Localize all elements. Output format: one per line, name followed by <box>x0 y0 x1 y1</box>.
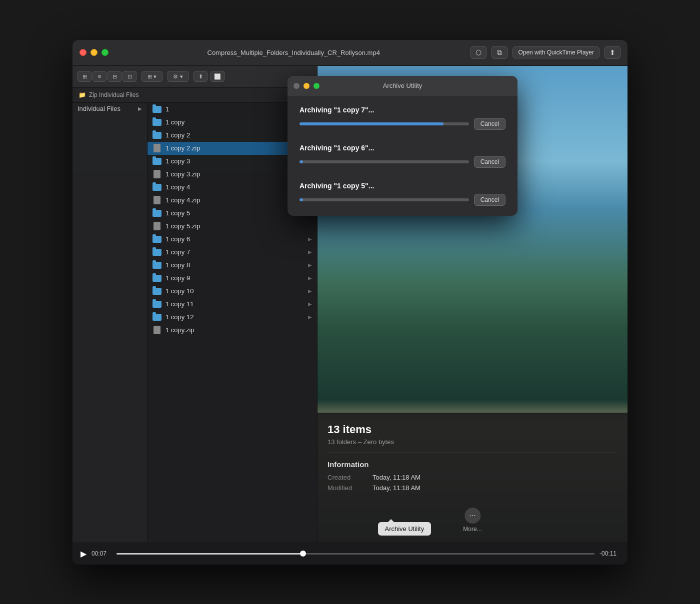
tooltip-text: Archive Utility <box>385 525 424 533</box>
info-panel: 13 items 13 folders – Zero bytes Informa… <box>318 413 628 543</box>
dialog-close-button[interactable] <box>294 83 300 89</box>
chevron-right-icon: ▶ <box>308 262 312 268</box>
folder-path-icon: 📁 <box>78 91 86 98</box>
file-item[interactable]: 1 copy 7 ▶ <box>148 246 317 259</box>
folder-icon <box>152 118 162 127</box>
task1-progress-fill <box>300 122 444 125</box>
share-icon-btn[interactable]: ⬡ <box>470 46 486 59</box>
file-item[interactable]: 1 copy 6 ▶ <box>148 233 317 246</box>
zip-icon <box>152 222 162 231</box>
info-section-title: Information <box>328 460 618 469</box>
file-item[interactable]: 1 copy 11 ▶ <box>148 298 317 311</box>
column-view-btn[interactable]: ⊟ <box>108 71 122 82</box>
more-label: More... <box>463 526 482 533</box>
gallery-view-btn[interactable]: ⊡ <box>122 71 136 82</box>
window-title: Compress_Multiple_Folders_Individually_C… <box>116 49 470 56</box>
folder-icon <box>152 105 162 114</box>
tag-btn[interactable]: ⬜ <box>210 71 224 82</box>
task1-progress-row: Cancel <box>300 118 506 130</box>
folder-icon <box>152 248 162 257</box>
folder-icon <box>152 209 162 218</box>
close-button[interactable] <box>80 49 86 56</box>
title-bar: Compress_Multiple_Folders_Individually_C… <box>72 40 628 66</box>
title-bar-controls: ⬡ ⧉ Open with QuickTime Player ⬆ <box>470 46 620 59</box>
dialog-title: Archive Utility <box>383 82 422 89</box>
traffic-lights <box>80 49 108 56</box>
current-time: 00:07 <box>92 550 112 557</box>
pip-icon-btn[interactable]: ⧉ <box>492 46 508 59</box>
file-name: 1 copy 7 <box>166 248 190 256</box>
open-with-quicktime-button[interactable]: Open with QuickTime Player <box>512 46 600 58</box>
view-toggle-group: ⊞ ≡ ⊟ ⊡ <box>78 71 136 82</box>
progress-bar[interactable] <box>116 553 594 555</box>
view-options-btn[interactable]: ⊞ ▾ <box>142 71 162 82</box>
file-name: 1 copy 10 <box>166 287 194 295</box>
sidebar-item-individual-files[interactable]: Individual Files ▶ <box>72 103 147 114</box>
minimize-button[interactable] <box>90 49 98 56</box>
play-button[interactable]: ▶ <box>80 549 86 559</box>
finder-panel: ⊞ ≡ ⊟ ⊡ ⊞ ▾ ⚙ ▾ ⬆ ⬜ 📁 Zip Individual Fil… <box>72 66 318 543</box>
file-name: 1 copy 4 <box>166 183 190 191</box>
path-bar: 📁 Zip Individual Files <box>72 88 317 103</box>
task3-cancel-button[interactable]: Cancel <box>474 194 506 206</box>
file-name: 1 copy 5 <box>166 209 190 217</box>
dialog-body: Archiving "1 copy 7"... Cancel Archiving… <box>288 96 518 216</box>
task2-progress-fill <box>300 160 303 163</box>
info-divider <box>328 453 618 453</box>
chevron-right-icon: ▶ <box>308 314 312 320</box>
zip-icon <box>152 326 162 335</box>
chevron-right-icon: ▶ <box>308 301 312 307</box>
task2-cancel-button[interactable]: Cancel <box>474 156 506 168</box>
folder-icon <box>152 300 162 309</box>
more-options-button[interactable]: ··· <box>464 508 480 524</box>
finder-toolbar: ⊞ ≡ ⊟ ⊡ ⊞ ▾ ⚙ ▾ ⬆ ⬜ <box>72 66 317 88</box>
folder-icon <box>152 261 162 270</box>
maximize-button[interactable] <box>102 49 108 56</box>
archive-utility-tooltip: Archive Utility <box>378 522 432 536</box>
file-name: 1 copy 2.zip <box>166 144 200 152</box>
task1-cancel-button[interactable]: Cancel <box>474 118 506 130</box>
remaining-time: -00:11 <box>600 550 620 557</box>
archive-task-3: Archiving "1 copy 5"... Cancel <box>300 182 506 206</box>
file-name: 1 copy 9 <box>166 274 190 282</box>
task3-progress-row: Cancel <box>300 194 506 206</box>
chevron-right-icon: ▶ <box>308 275 312 281</box>
file-name: 1 copy 11 <box>166 300 194 308</box>
task2-progress-row: Cancel <box>300 156 506 168</box>
file-item[interactable]: 1 copy 8 ▶ <box>148 259 317 272</box>
file-name: 1 copy 8 <box>166 261 190 269</box>
zip-icon <box>152 196 162 205</box>
main-window: Compress_Multiple_Folders_Individually_C… <box>72 40 628 565</box>
dialog-title-bar: Archive Utility <box>288 76 518 96</box>
archive-task-1: Archiving "1 copy 7"... Cancel <box>300 106 506 130</box>
list-view-btn[interactable]: ≡ <box>92 71 106 82</box>
share-button[interactable]: ⬆ <box>604 46 620 59</box>
chevron-right-icon: ▶ <box>308 236 312 242</box>
dialog-minimize-button[interactable] <box>304 83 310 89</box>
file-item[interactable]: 1 copy 12 ▶ <box>148 311 317 324</box>
task2-label: Archiving "1 copy 6"... <box>300 144 506 152</box>
progress-thumb <box>300 551 306 557</box>
task3-progress-fill <box>300 198 303 201</box>
file-item[interactable]: 1 copy 5.zip <box>148 220 317 233</box>
dialog-maximize-button[interactable] <box>314 83 320 89</box>
created-label: Created <box>328 474 362 481</box>
chevron-right-icon: ▶ <box>308 288 312 294</box>
sidebar-label: Individual Files <box>78 105 120 112</box>
file-name: 1 <box>166 105 169 113</box>
modified-row: Modified Today, 11:18 AM <box>328 484 618 492</box>
folder-icon <box>152 183 162 192</box>
archive-utility-dialog: Archive Utility Archiving "1 copy 7"... … <box>288 76 518 216</box>
modified-label: Modified <box>328 484 362 492</box>
video-area: ⊞ ≡ ⊟ ⊡ ⊞ ▾ ⚙ ▾ ⬆ ⬜ 📁 Zip Individual Fil… <box>72 66 628 543</box>
folder-icon <box>152 157 162 166</box>
file-item[interactable]: 1 copy 10 ▶ <box>148 285 317 298</box>
file-name: 1 copy 5.zip <box>166 222 200 230</box>
share-finder-btn[interactable]: ⬆ <box>194 71 208 82</box>
file-item[interactable]: 1 copy 9 ▶ <box>148 272 317 285</box>
icon-view-btn[interactable]: ⊞ <box>78 71 92 82</box>
action-btn[interactable]: ⚙ ▾ <box>168 71 188 82</box>
zip-icon <box>152 170 162 179</box>
modified-value: Today, 11:18 AM <box>372 484 420 492</box>
file-item[interactable]: 1 copy.zip <box>148 324 317 337</box>
